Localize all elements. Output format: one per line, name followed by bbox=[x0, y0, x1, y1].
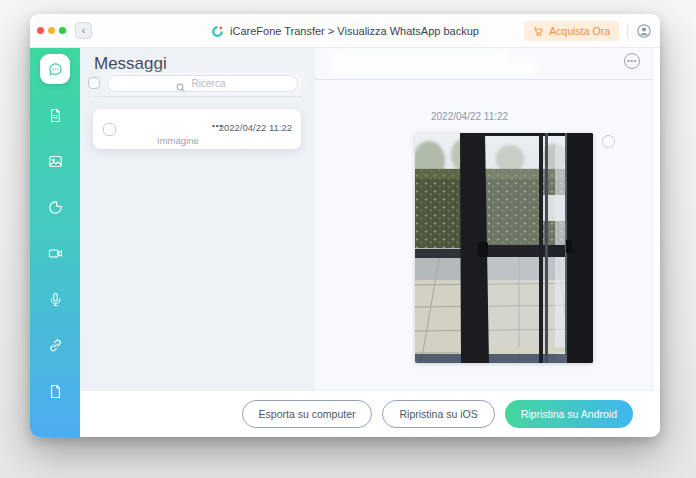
sidebar-item-file-text[interactable] bbox=[40, 100, 70, 130]
divider bbox=[94, 96, 302, 97]
message-type-label: Immagine bbox=[157, 135, 199, 146]
search-input[interactable] bbox=[108, 76, 297, 91]
sidebar-item-videos[interactable] bbox=[40, 238, 70, 268]
sticker-icon bbox=[47, 199, 64, 216]
conversation-header: ••• bbox=[315, 48, 652, 80]
message-checkbox[interactable] bbox=[103, 123, 116, 136]
select-all-checkbox[interactable] bbox=[88, 77, 100, 89]
message-photo-thumbnail[interactable] bbox=[415, 133, 593, 363]
message-list-item[interactable]: Immagine ••• 2022/04/22 11:22 bbox=[93, 109, 301, 149]
cart-icon bbox=[533, 26, 544, 37]
image-icon bbox=[47, 153, 64, 170]
chat-bubble-icon bbox=[47, 61, 64, 78]
search-box bbox=[107, 75, 298, 92]
messages-panel: Messaggi Immagine ••• 2022/04/22 11:22 bbox=[80, 48, 315, 390]
microphone-icon bbox=[47, 291, 64, 308]
sidebar-item-links[interactable] bbox=[40, 330, 70, 360]
window-title-text: iCareFone Transfer > Visualizza WhatsApp… bbox=[230, 25, 479, 37]
sidebar-item-audio[interactable] bbox=[40, 284, 70, 314]
sidebar-item-messages[interactable] bbox=[40, 54, 70, 84]
link-icon bbox=[47, 337, 64, 354]
sidebar-item-photos[interactable] bbox=[40, 146, 70, 176]
file-icon bbox=[47, 383, 64, 400]
photo-checkbox[interactable] bbox=[602, 135, 615, 148]
account-icon[interactable] bbox=[636, 23, 652, 39]
panel-title: Messaggi bbox=[94, 54, 167, 74]
buy-now-button[interactable]: Acquista Ora bbox=[524, 21, 619, 41]
censored-contact-name bbox=[330, 51, 510, 61]
action-bar: Esporta su computer Ripristina su iOS Ri… bbox=[80, 390, 660, 437]
sidebar bbox=[30, 48, 80, 437]
buy-now-label: Acquista Ora bbox=[549, 25, 610, 37]
titlebar-separator bbox=[627, 24, 628, 38]
scrollbar-track[interactable] bbox=[652, 48, 660, 390]
sidebar-item-documents[interactable] bbox=[40, 376, 70, 406]
export-to-computer-button[interactable]: Esporta su computer bbox=[242, 400, 373, 428]
more-options-button[interactable]: ••• bbox=[624, 53, 640, 69]
sidebar-item-stickers[interactable] bbox=[40, 192, 70, 222]
file-text-icon bbox=[47, 107, 64, 124]
titlebar: ‹ iCareFone Transfer > Visualizza WhatsA… bbox=[30, 14, 660, 48]
message-timestamp: 2022/04/22 11:22 bbox=[219, 122, 292, 133]
censored-contact-name bbox=[125, 116, 221, 129]
detail-panel: ••• 2022/04/22 11:22 bbox=[315, 48, 660, 390]
restore-to-ios-button[interactable]: Ripristina su iOS bbox=[382, 400, 494, 428]
app-window: ‹ iCareFone Transfer > Visualizza WhatsA… bbox=[30, 14, 660, 437]
restore-to-android-button[interactable]: Ripristina su Android bbox=[505, 400, 633, 428]
video-camera-icon bbox=[47, 245, 64, 262]
icarefone-logo-icon bbox=[211, 25, 224, 38]
message-date-label: 2022/04/22 11:22 bbox=[431, 111, 508, 122]
censored-contact-info bbox=[330, 62, 538, 72]
